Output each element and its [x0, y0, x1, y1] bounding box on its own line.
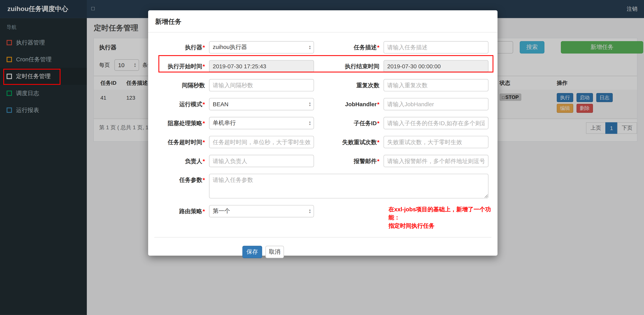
owner-input[interactable]: [209, 155, 314, 167]
field-label-job-desc: 任务描述*: [314, 41, 384, 54]
required-asterisk: *: [203, 63, 205, 70]
field-label-timeout: 任务超时时间*: [154, 136, 209, 148]
cancel-button[interactable]: 取消: [265, 246, 284, 258]
form-row: 间隔秒数* 重复次数*: [154, 79, 492, 92]
job-params-textarea[interactable]: [209, 174, 488, 198]
run-mode-select[interactable]: BEAN ▲▼: [209, 98, 314, 110]
select-caret-icon: ▲▼: [309, 102, 311, 107]
add-job-form: 执行器* zuihou执行器 ▲▼ 任务描述* 执行开始时间* 执行结束时间*: [154, 41, 492, 258]
save-button[interactable]: 保存: [242, 246, 262, 258]
select-caret-icon: ▲▼: [309, 121, 311, 126]
field-label-alarm-email: 报警邮件*: [314, 155, 384, 167]
required-asterisk: *: [377, 101, 380, 107]
divider: [148, 32, 498, 33]
field-label-end-time: 执行结束时间*: [314, 60, 384, 73]
job-desc-input[interactable]: [384, 41, 488, 54]
required-asterisk: *: [203, 120, 205, 126]
executor-select[interactable]: zuihou执行器 ▲▼: [209, 41, 314, 54]
required-asterisk: *: [377, 139, 380, 145]
divider: [154, 237, 492, 238]
required-asterisk: *: [203, 139, 205, 145]
form-row: 执行器* zuihou执行器 ▲▼ 任务描述*: [154, 41, 492, 54]
form-row: 执行开始时间* 执行结束时间*: [154, 60, 492, 73]
form-row: 路由策略* 第一个 ▲▼ 在xxl-jobs项目的基础上，新增了一个功能： 指定…: [154, 205, 492, 230]
feature-note: 在xxl-jobs项目的基础上，新增了一个功能： 指定时间执行任务: [388, 205, 492, 230]
child-job-id-input[interactable]: [384, 117, 488, 129]
select-caret-icon: ▲▼: [309, 45, 311, 50]
form-row: 任务参数*: [154, 174, 492, 198]
end-time-input[interactable]: [384, 60, 488, 73]
required-asterisk: *: [377, 158, 380, 164]
field-label-jobhandler: JobHandler*: [314, 98, 384, 110]
timeout-input[interactable]: [209, 136, 314, 148]
field-label-executor: 执行器*: [154, 41, 209, 54]
select-caret-icon: ▲▼: [309, 209, 311, 214]
start-time-input[interactable]: [209, 60, 314, 73]
field-label-run-mode: 运行模式*: [154, 98, 209, 110]
add-job-modal: 新增任务 执行器* zuihou执行器 ▲▼ 任务描述* 执行开始时间* 执行: [148, 10, 498, 256]
field-label-block-strategy: 阻塞处理策略*: [154, 117, 209, 129]
form-row: 阻塞处理策略* 单机串行 ▲▼ 子任务ID*: [154, 117, 492, 129]
form-row: 负责人* 报警邮件*: [154, 155, 492, 167]
retry-input[interactable]: [384, 136, 488, 148]
required-asterisk: *: [203, 44, 205, 51]
repeat-input[interactable]: [384, 79, 488, 92]
field-label-repeat: 重复次数*: [314, 79, 384, 92]
required-asterisk: *: [203, 208, 205, 215]
field-label-job-params: 任务参数*: [154, 174, 209, 186]
field-label-owner: 负责人*: [154, 155, 209, 167]
modal-footer: 保存 取消: [242, 246, 491, 258]
required-asterisk: *: [203, 101, 205, 107]
modal-title: 新增任务: [155, 18, 491, 26]
required-asterisk: *: [377, 120, 380, 126]
app-root: zuihou任务调度中心 □ 注销 导航 执行器管理 Cron任务管理 定时任务…: [0, 0, 644, 315]
interval-input[interactable]: [209, 79, 314, 92]
alarm-email-input[interactable]: [384, 155, 488, 167]
field-label-child-job-id: 子任务ID*: [314, 117, 384, 129]
required-asterisk: *: [203, 158, 205, 164]
required-asterisk: *: [377, 44, 380, 51]
field-label-interval: 间隔秒数*: [154, 79, 209, 92]
form-row: 运行模式* BEAN ▲▼ JobHandler*: [154, 98, 492, 110]
field-label-route-strategy: 路由策略*: [154, 205, 209, 217]
field-label-retry: 失败重试次数*: [314, 136, 384, 148]
route-strategy-select[interactable]: 第一个 ▲▼: [209, 205, 314, 217]
field-label-start-time: 执行开始时间*: [154, 60, 209, 73]
jobhandler-input[interactable]: [384, 98, 488, 110]
block-strategy-select[interactable]: 单机串行 ▲▼: [209, 117, 314, 129]
required-asterisk: *: [203, 177, 205, 183]
form-row: 任务超时时间* 失败重试次数*: [154, 136, 492, 148]
